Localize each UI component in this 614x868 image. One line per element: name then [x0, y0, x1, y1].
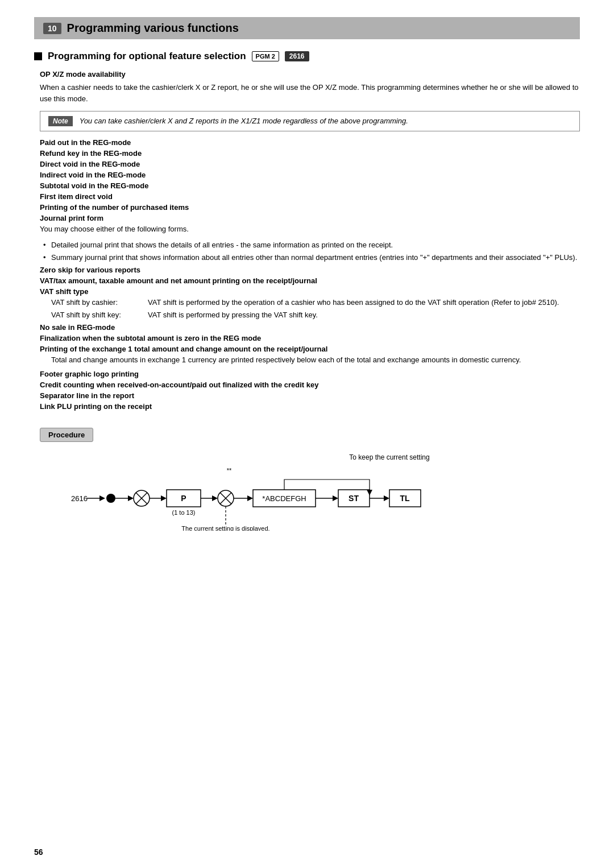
bold-item-6: Printing of the number of purchased item… — [40, 203, 580, 212]
note-text: You can take cashier/clerk X and Z repor… — [80, 116, 408, 126]
vat-desc-0: VAT shift is performed by the operation … — [148, 297, 580, 308]
svg-marker-3 — [99, 495, 105, 501]
vat-label-1: VAT shift by shift key: — [51, 309, 148, 321]
chapter-title: Programming various functions — [67, 22, 239, 35]
page: 10 Programming various functions Program… — [0, 0, 614, 868]
svg-marker-32 — [384, 495, 389, 501]
code-badge: 2616 — [285, 51, 309, 61]
svg-text:*ABCDEFGH: *ABCDEFGH — [262, 494, 306, 503]
vat-rows: VAT shift by cashier: VAT shift is perfo… — [40, 297, 580, 321]
bottom-bold-1: Finalization when the subtotal amount is… — [40, 334, 580, 342]
svg-marker-11 — [161, 495, 167, 501]
bold-item-0: Paid out in the REG-mode — [40, 138, 580, 147]
bold-item-1: Refund key in the REG-mode — [40, 149, 580, 158]
more-bold-0: Zero skip for various reports — [40, 266, 580, 274]
bottom-bold-2: Printing of the exchange 1 total amount … — [40, 345, 580, 353]
op-xz-body: When a cashier needs to take the cashier… — [40, 82, 580, 104]
final-bold-0: Footer graphic logo printing — [40, 370, 580, 378]
exchange-text: Total and change amounts in exchange 1 c… — [40, 354, 580, 366]
svg-text:The current setting is display: The current setting is displayed. — [181, 525, 269, 531]
section-heading: Programming for optional feature selecti… — [34, 51, 580, 62]
flow-top-label: To keep the current setting — [199, 453, 580, 461]
chapter-number: 10 — [43, 23, 61, 34]
bottom-bold-0: No sale in REG-mode — [40, 323, 580, 332]
svg-marker-16 — [212, 495, 218, 501]
journal-intro: You may choose either of the following f… — [40, 224, 580, 235]
vat-desc-1: VAT shift is performed by pressing the V… — [148, 309, 580, 321]
journal-bullet-1: Summary journal print that shows informa… — [40, 252, 580, 263]
svg-text:(1 to 13): (1 to 13) — [172, 509, 196, 516]
final-bold-3: Link PLU printing on the receipt — [40, 402, 580, 411]
vat-label-0: VAT shift by cashier: — [51, 297, 148, 308]
more-bold-1: VAT/tax amount, taxable amount and net a… — [40, 276, 580, 285]
final-bold-1: Credit counting when received-on-account… — [40, 381, 580, 389]
svg-marker-23 — [247, 495, 253, 501]
final-bold-2: Separator line in the report — [40, 391, 580, 400]
section-title: Programming for optional feature selecti… — [48, 51, 246, 62]
vat-row-0: VAT shift by cashier: VAT shift is perfo… — [51, 297, 580, 308]
procedure-section: Procedure To keep the current setting **… — [40, 428, 580, 531]
journal-bullet-0: Detailed journal print that shows the de… — [40, 239, 580, 251]
flow-diagram-container: To keep the current setting ** 2616 — [40, 453, 580, 531]
pgm-badge: PGM 2 — [252, 51, 279, 61]
flow-diagram-svg: ** 2616 — [54, 462, 566, 531]
svg-text:P: P — [181, 494, 186, 503]
note-label: Note — [48, 116, 73, 126]
svg-marker-27 — [333, 495, 338, 501]
svg-marker-6 — [128, 495, 134, 501]
svg-text:TL: TL — [400, 494, 410, 503]
bold-item-2: Direct void in the REG-mode — [40, 160, 580, 168]
section-square-icon — [34, 52, 42, 60]
content-area: OP X/Z mode availability When a cashier … — [34, 70, 580, 531]
vat-row-1: VAT shift by shift key: VAT shift is per… — [51, 309, 580, 321]
vat-shift-title: VAT shift type — [40, 287, 580, 296]
bold-item-3: Indirect void in the REG-mode — [40, 171, 580, 179]
chapter-header: 10 Programming various functions — [34, 17, 580, 39]
bold-item-4: Subtotal void in the REG-mode — [40, 181, 580, 190]
svg-text:2616: 2616 — [71, 494, 88, 503]
journal-print-title: Journal print form — [40, 214, 580, 222]
page-number: 56 — [34, 848, 43, 857]
note-box: Note You can take cashier/clerk X and Z … — [40, 111, 580, 131]
svg-point-4 — [106, 494, 115, 503]
svg-text:**: ** — [227, 467, 232, 474]
bold-item-5: First item direct void — [40, 192, 580, 201]
op-xz-title: OP X/Z mode availability — [40, 70, 580, 78]
svg-text:ST: ST — [349, 494, 359, 503]
procedure-badge: Procedure — [40, 428, 93, 442]
